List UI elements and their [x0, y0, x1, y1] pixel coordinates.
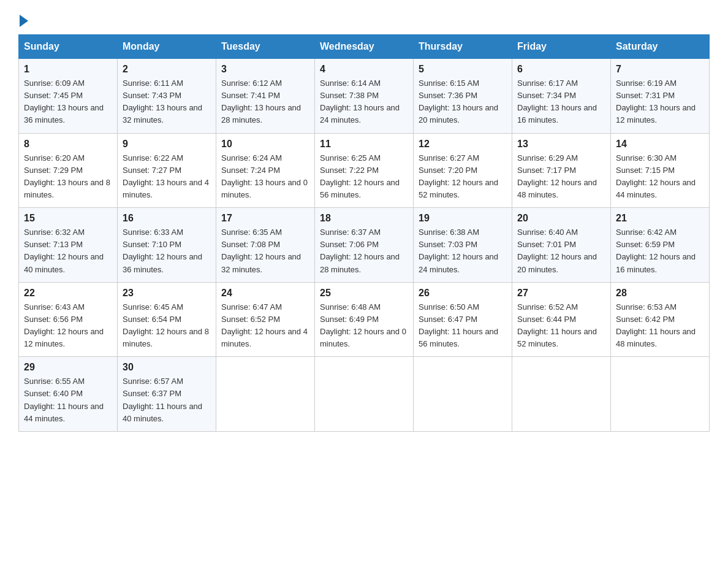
day-info: Sunrise: 6:32 AMSunset: 7:13 PMDaylight:… — [24, 226, 112, 276]
day-number: 26 — [419, 288, 507, 299]
calendar-week-row: 29 Sunrise: 6:55 AMSunset: 6:40 PMDaylig… — [19, 357, 710, 432]
calendar-cell: 9 Sunrise: 6:22 AMSunset: 7:27 PMDayligh… — [118, 133, 216, 208]
day-number: 12 — [419, 139, 507, 150]
calendar-cell: 23 Sunrise: 6:45 AMSunset: 6:54 PMDaylig… — [118, 282, 216, 357]
day-number: 18 — [320, 213, 408, 224]
day-number: 9 — [123, 139, 211, 150]
day-info: Sunrise: 6:47 AMSunset: 6:52 PMDaylight:… — [221, 301, 309, 351]
day-number: 24 — [221, 288, 309, 299]
day-info: Sunrise: 6:25 AMSunset: 7:22 PMDaylight:… — [320, 152, 408, 202]
day-info: Sunrise: 6:55 AMSunset: 6:40 PMDaylight:… — [24, 375, 112, 425]
calendar-cell: 6 Sunrise: 6:17 AMSunset: 7:34 PMDayligh… — [512, 59, 611, 134]
calendar-cell: 20 Sunrise: 6:40 AMSunset: 7:01 PMDaylig… — [512, 208, 611, 283]
calendar-cell: 2 Sunrise: 6:11 AMSunset: 7:43 PMDayligh… — [118, 59, 216, 134]
day-number: 1 — [24, 64, 112, 75]
calendar-header: SundayMondayTuesdayWednesdayThursdayFrid… — [19, 35, 710, 59]
day-number: 8 — [24, 139, 112, 150]
day-number: 23 — [123, 288, 211, 299]
calendar-cell: 21 Sunrise: 6:42 AMSunset: 6:59 PMDaylig… — [611, 208, 710, 283]
day-number: 30 — [123, 362, 211, 373]
day-info: Sunrise: 6:11 AMSunset: 7:43 PMDaylight:… — [123, 77, 211, 127]
day-info: Sunrise: 6:35 AMSunset: 7:08 PMDaylight:… — [221, 226, 309, 276]
day-info: Sunrise: 6:27 AMSunset: 7:20 PMDaylight:… — [419, 152, 507, 202]
day-info: Sunrise: 6:33 AMSunset: 7:10 PMDaylight:… — [123, 226, 211, 276]
day-info: Sunrise: 6:29 AMSunset: 7:17 PMDaylight:… — [517, 152, 605, 202]
calendar-cell: 22 Sunrise: 6:43 AMSunset: 6:56 PMDaylig… — [19, 282, 118, 357]
day-number: 27 — [517, 288, 605, 299]
day-info: Sunrise: 6:30 AMSunset: 7:15 PMDaylight:… — [616, 152, 704, 202]
day-number: 2 — [123, 64, 211, 75]
calendar-cell: 30 Sunrise: 6:57 AMSunset: 6:37 PMDaylig… — [118, 357, 216, 432]
calendar-cell: 10 Sunrise: 6:24 AMSunset: 7:24 PMDaylig… — [216, 133, 315, 208]
calendar-cell: 18 Sunrise: 6:37 AMSunset: 7:06 PMDaylig… — [315, 208, 414, 283]
calendar-cell: 25 Sunrise: 6:48 AMSunset: 6:49 PMDaylig… — [315, 282, 414, 357]
day-number: 6 — [517, 64, 605, 75]
calendar-cell: 17 Sunrise: 6:35 AMSunset: 7:08 PMDaylig… — [216, 208, 315, 283]
day-number: 22 — [24, 288, 112, 299]
day-info: Sunrise: 6:48 AMSunset: 6:49 PMDaylight:… — [320, 301, 408, 351]
calendar-cell: 11 Sunrise: 6:25 AMSunset: 7:22 PMDaylig… — [315, 133, 414, 208]
day-info: Sunrise: 6:20 AMSunset: 7:29 PMDaylight:… — [24, 152, 112, 202]
weekday-header-thursday: Thursday — [414, 35, 512, 59]
day-number: 16 — [123, 213, 211, 224]
calendar-cell: 15 Sunrise: 6:32 AMSunset: 7:13 PMDaylig… — [19, 208, 118, 283]
day-info: Sunrise: 6:12 AMSunset: 7:41 PMDaylight:… — [221, 77, 309, 127]
day-number: 25 — [320, 288, 408, 299]
day-info: Sunrise: 6:52 AMSunset: 6:44 PMDaylight:… — [517, 301, 605, 351]
calendar-cell: 4 Sunrise: 6:14 AMSunset: 7:38 PMDayligh… — [315, 59, 414, 134]
logo — [18, 12, 28, 23]
day-number: 3 — [221, 64, 309, 75]
day-info: Sunrise: 6:43 AMSunset: 6:56 PMDaylight:… — [24, 301, 112, 351]
day-info: Sunrise: 6:57 AMSunset: 6:37 PMDaylight:… — [123, 375, 211, 425]
calendar-cell — [315, 357, 414, 432]
calendar-cell: 26 Sunrise: 6:50 AMSunset: 6:47 PMDaylig… — [414, 282, 512, 357]
calendar-cell: 27 Sunrise: 6:52 AMSunset: 6:44 PMDaylig… — [512, 282, 611, 357]
day-number: 5 — [419, 64, 507, 75]
day-info: Sunrise: 6:22 AMSunset: 7:27 PMDaylight:… — [123, 152, 211, 202]
day-number: 21 — [616, 213, 704, 224]
calendar-week-row: 1 Sunrise: 6:09 AMSunset: 7:45 PMDayligh… — [19, 59, 710, 134]
calendar-cell: 3 Sunrise: 6:12 AMSunset: 7:41 PMDayligh… — [216, 59, 315, 134]
day-number: 4 — [320, 64, 408, 75]
day-info: Sunrise: 6:37 AMSunset: 7:06 PMDaylight:… — [320, 226, 408, 276]
calendar-week-row: 15 Sunrise: 6:32 AMSunset: 7:13 PMDaylig… — [19, 208, 710, 283]
calendar-cell — [216, 357, 315, 432]
day-info: Sunrise: 6:09 AMSunset: 7:45 PMDaylight:… — [24, 77, 112, 127]
day-number: 28 — [616, 288, 704, 299]
day-number: 15 — [24, 213, 112, 224]
day-info: Sunrise: 6:53 AMSunset: 6:42 PMDaylight:… — [616, 301, 704, 351]
day-number: 7 — [616, 64, 704, 75]
calendar-table: SundayMondayTuesdayWednesdayThursdayFrid… — [18, 34, 710, 432]
logo-triangle-icon — [20, 15, 28, 27]
day-number: 29 — [24, 362, 112, 373]
day-info: Sunrise: 6:45 AMSunset: 6:54 PMDaylight:… — [123, 301, 211, 351]
day-info: Sunrise: 6:17 AMSunset: 7:34 PMDaylight:… — [517, 77, 605, 127]
calendar-cell: 1 Sunrise: 6:09 AMSunset: 7:45 PMDayligh… — [19, 59, 118, 134]
weekday-header-wednesday: Wednesday — [315, 35, 414, 59]
calendar-cell: 5 Sunrise: 6:15 AMSunset: 7:36 PMDayligh… — [414, 59, 512, 134]
weekday-header-tuesday: Tuesday — [216, 35, 315, 59]
weekday-header-saturday: Saturday — [611, 35, 710, 59]
calendar-cell — [512, 357, 611, 432]
calendar-cell: 13 Sunrise: 6:29 AMSunset: 7:17 PMDaylig… — [512, 133, 611, 208]
day-info: Sunrise: 6:38 AMSunset: 7:03 PMDaylight:… — [419, 226, 507, 276]
day-number: 17 — [221, 213, 309, 224]
calendar-cell: 8 Sunrise: 6:20 AMSunset: 7:29 PMDayligh… — [19, 133, 118, 208]
day-info: Sunrise: 6:19 AMSunset: 7:31 PMDaylight:… — [616, 77, 704, 127]
calendar-cell: 12 Sunrise: 6:27 AMSunset: 7:20 PMDaylig… — [414, 133, 512, 208]
day-number: 19 — [419, 213, 507, 224]
day-info: Sunrise: 6:14 AMSunset: 7:38 PMDaylight:… — [320, 77, 408, 127]
day-number: 20 — [517, 213, 605, 224]
day-number: 13 — [517, 139, 605, 150]
weekday-header-sunday: Sunday — [19, 35, 118, 59]
calendar-week-row: 8 Sunrise: 6:20 AMSunset: 7:29 PMDayligh… — [19, 133, 710, 208]
day-number: 10 — [221, 139, 309, 150]
day-info: Sunrise: 6:42 AMSunset: 6:59 PMDaylight:… — [616, 226, 704, 276]
calendar-cell: 24 Sunrise: 6:47 AMSunset: 6:52 PMDaylig… — [216, 282, 315, 357]
calendar-cell: 28 Sunrise: 6:53 AMSunset: 6:42 PMDaylig… — [611, 282, 710, 357]
day-info: Sunrise: 6:50 AMSunset: 6:47 PMDaylight:… — [419, 301, 507, 351]
weekday-header-monday: Monday — [118, 35, 216, 59]
day-info: Sunrise: 6:24 AMSunset: 7:24 PMDaylight:… — [221, 152, 309, 202]
day-number: 11 — [320, 139, 408, 150]
weekday-header-friday: Friday — [512, 35, 611, 59]
